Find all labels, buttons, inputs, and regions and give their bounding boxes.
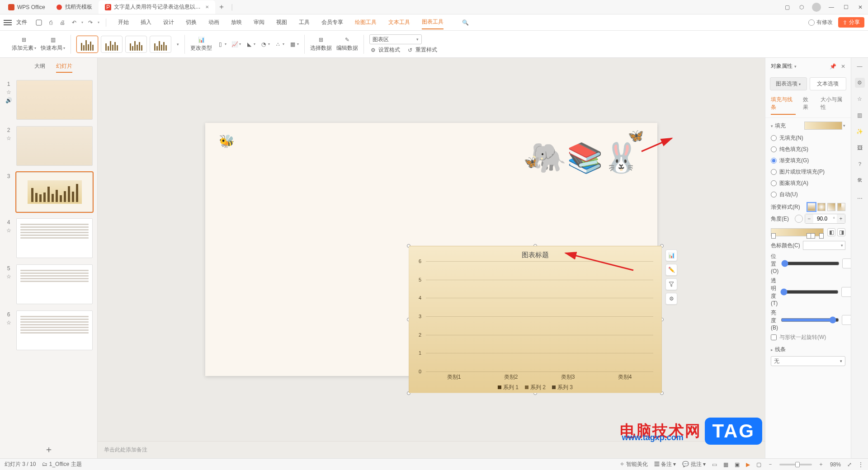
tab-text-tools[interactable]: 文本工具 (388, 16, 410, 29)
new-tab-button[interactable]: ＋ (215, 2, 228, 12)
view-normal-icon[interactable]: ▭ (712, 461, 717, 468)
fill-line-subtab[interactable]: 填充与线条 (771, 96, 796, 115)
view-present-icon[interactable]: ▢ (756, 461, 761, 468)
tab-insert[interactable]: 插入 (141, 16, 151, 29)
tab-templates[interactable]: 找稻壳模板 (50, 0, 99, 14)
rail-image-icon[interactable]: 🖼 (855, 143, 865, 153)
minimize-button[interactable]: — (827, 3, 835, 11)
search-icon[interactable]: 🔍 (461, 18, 470, 27)
rail-more-icon[interactable]: ⋯ (855, 193, 865, 203)
fill-auto-radio[interactable]: 自动(U) (771, 189, 845, 200)
line-section-label[interactable]: 线条 (775, 346, 786, 352)
text-options-tab[interactable]: 文本选项 (810, 77, 847, 90)
comments-toggle[interactable]: 💬 批注 ▾ (682, 461, 706, 468)
chart-style-button[interactable]: ✏️ (665, 264, 677, 276)
combo-type-dropdown[interactable]: ▦▾ (289, 41, 299, 48)
gradient-stop[interactable] (811, 233, 815, 239)
pin-icon[interactable]: 📌 (830, 63, 836, 70)
view-slideshow-icon[interactable]: ▶ (746, 461, 750, 468)
set-format-button[interactable]: ⚙设置格式 (369, 46, 400, 54)
tab-view[interactable]: 视图 (276, 16, 287, 29)
rail-star-icon[interactable]: ☆ (855, 94, 865, 104)
fill-swatch[interactable] (804, 122, 842, 130)
edit-data-button[interactable]: ✎编辑数据 (336, 36, 358, 52)
tab-member[interactable]: 会员专享 (321, 16, 343, 29)
layout-icon[interactable]: ▢ (783, 3, 791, 11)
smart-beautify[interactable]: ✧ 智能美化 (620, 461, 647, 468)
has-changes-badge[interactable]: 有修改 (808, 19, 833, 26)
canvas-scroll[interactable]: 🐝 🦋 🦋 🐘📚🐰 🦋 图表标题 0123456 (98, 58, 765, 441)
position-slider[interactable] (781, 260, 840, 267)
opacity-value[interactable]: 0 (841, 287, 851, 297)
slide-thumb-1[interactable] (16, 80, 93, 120)
zoom-slider[interactable] (779, 464, 812, 465)
angle-dial-icon[interactable] (795, 215, 803, 223)
file-menu[interactable]: 文件 (16, 19, 27, 26)
redo-caret[interactable]: ▾ (98, 20, 99, 24)
reset-style-button[interactable]: ↺重置样式 (406, 46, 437, 54)
chart-settings-button[interactable]: ⚙ (665, 293, 677, 305)
chart-selection[interactable]: 图表标题 0123456 类别1类别2类别3类别4 系列 1系列 2系列 3 📊… (409, 246, 662, 393)
slide-thumb-3[interactable] (16, 172, 93, 212)
zoom-in[interactable]: ＋ (818, 461, 824, 468)
stop-color-picker[interactable]: ▾ (803, 241, 845, 250)
tab-start[interactable]: 开始 (118, 16, 129, 29)
tab-tools[interactable]: 工具 (299, 16, 310, 29)
tab-transition[interactable]: 切换 (186, 16, 197, 29)
angle-value[interactable] (813, 214, 831, 223)
rail-help-icon[interactable]: ？ (855, 159, 865, 169)
print-icon[interactable]: ⎙ (46, 18, 55, 27)
outline-tab[interactable]: 大纲 (34, 62, 45, 73)
chart-filter-button[interactable] (665, 278, 677, 290)
effect-subtab[interactable]: 效果 (803, 96, 813, 115)
close-icon[interactable]: ✕ (205, 5, 209, 9)
chart-style-1[interactable] (76, 36, 98, 53)
rail-magic-icon[interactable]: ✨ (855, 127, 865, 136)
save-icon[interactable] (34, 18, 43, 27)
bar-type-dropdown[interactable]: ▯▾ (217, 41, 226, 48)
fill-solid-radio[interactable]: 纯色填充(S) (771, 144, 845, 155)
quick-layout-button[interactable]: ▥ 快速布局▾ (41, 36, 65, 52)
tab-chart-tools[interactable]: 图表工具 (422, 15, 443, 29)
slide-thumb-5[interactable] (16, 264, 93, 304)
fill-none-radio[interactable]: 无填充(N) (771, 132, 845, 144)
close-button[interactable]: ✕ (856, 3, 864, 11)
tab-document[interactable]: P 文字是人类用符号记录表达信息以… ✕ (99, 0, 215, 14)
slide-thumb-4[interactable] (16, 218, 93, 258)
fill-gradient-radio[interactable]: 渐变填充(G) (771, 155, 845, 166)
slide[interactable]: 🐝 🦋 🦋 🐘📚🐰 🦋 图表标题 0123456 (205, 123, 657, 376)
gradient-stop[interactable] (771, 233, 776, 239)
increase-button[interactable]: + (837, 214, 845, 223)
line-select[interactable]: 无▾ (771, 356, 845, 366)
zoom-value[interactable]: 98% (830, 461, 841, 468)
style-more[interactable]: ▾ (177, 42, 179, 47)
grad-path[interactable] (837, 203, 845, 211)
opacity-slider[interactable] (780, 288, 839, 296)
brightness-value[interactable]: 95 (842, 315, 851, 325)
notes-toggle[interactable]: ☰ 备注 ▾ (654, 461, 676, 468)
tab-animation[interactable]: 动画 (208, 16, 219, 29)
view-reading-icon[interactable]: ▣ (735, 461, 740, 468)
add-slide-button[interactable]: ＋ (0, 441, 97, 458)
rail-template-icon[interactable]: ▥ (855, 110, 865, 120)
maximize-button[interactable]: ☐ (842, 3, 850, 11)
select-data-button[interactable]: ⊞选择数据 (310, 36, 332, 52)
tab-wps-home[interactable]: WPS Office (4, 0, 50, 14)
tab-slideshow[interactable]: 放映 (231, 16, 242, 29)
rail-collapse[interactable]: — (855, 61, 865, 71)
size-subtab[interactable]: 大小与属性 (821, 96, 845, 115)
angle-input[interactable]: −°+ (805, 214, 845, 224)
gradient-bar[interactable] (771, 228, 824, 236)
rail-tools-icon[interactable]: 🛠 (855, 175, 865, 185)
grad-rect[interactable] (827, 203, 835, 211)
hamburger-icon[interactable] (4, 20, 12, 25)
line-type-dropdown[interactable]: 📈▾ (231, 41, 241, 48)
plot-area[interactable]: 0123456 (425, 261, 653, 371)
slides-tab[interactable]: 幻灯片 (56, 62, 72, 73)
fill-section-label[interactable]: 填充 (775, 122, 786, 129)
zoom-out[interactable]: － (768, 461, 773, 468)
tab-review[interactable]: 审阅 (254, 16, 264, 29)
grad-linear[interactable] (807, 203, 816, 211)
chart-area-select[interactable]: 图表区▾ (369, 34, 422, 44)
chart-style-4[interactable] (150, 36, 171, 53)
